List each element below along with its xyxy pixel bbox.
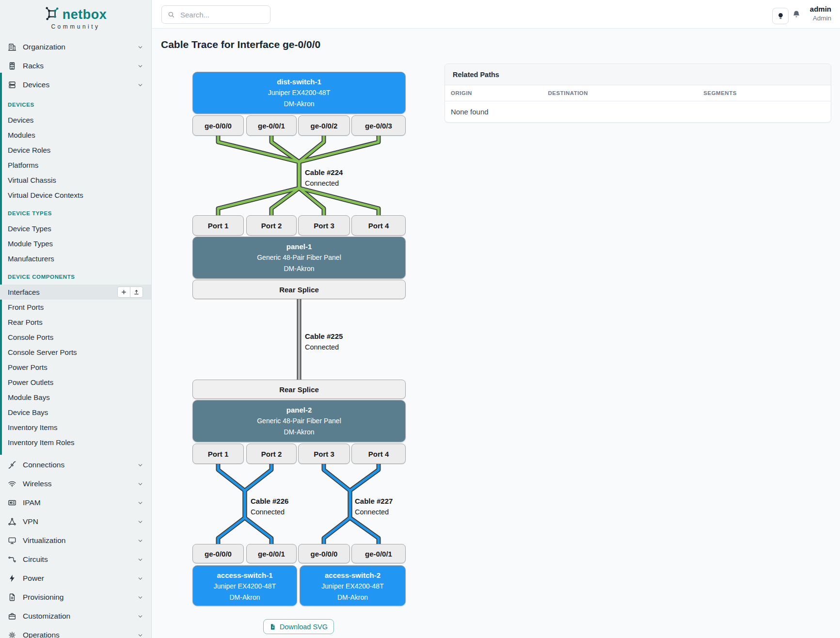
device-site: DM-Akron — [193, 427, 405, 438]
related-paths-card: Related Paths ORIGIN DESTINATION SEGMENT… — [444, 64, 831, 123]
sidebar-item-module-bays[interactable]: Module Bays — [0, 390, 151, 405]
download-svg-label: Download SVG — [280, 623, 328, 631]
trace-node-access-switch-2[interactable]: access-switch-2 Juniper EX4200-48T DM-Ak… — [300, 565, 406, 606]
sidebar-item-power-ports[interactable]: Power Ports — [0, 360, 151, 375]
cable-label-225[interactable]: Cable #225 Connected — [305, 331, 343, 352]
bell-icon — [792, 10, 801, 19]
sidebar-item-interfaces[interactable]: Interfaces — [0, 285, 151, 300]
chevron-down-icon — [137, 499, 143, 506]
trace-node-panel-2[interactable]: panel-2 Generic 48-Pair Fiber Panel DM-A… — [192, 400, 406, 442]
trace-interface[interactable]: ge-0/0/0 — [192, 115, 244, 136]
trace-rear-port[interactable]: Rear Splice — [192, 380, 406, 399]
related-paths-header-row: ORIGIN DESTINATION SEGMENTS — [445, 85, 831, 101]
trace-interface[interactable]: ge-0/0/1 — [246, 544, 297, 563]
trace-front-port[interactable]: Port 4 — [351, 215, 406, 236]
cable-status: Connected — [355, 507, 393, 517]
sidebar-item-inventory-items[interactable]: Inventory Items — [0, 420, 151, 435]
sidebar-item-modules[interactable]: Modules — [0, 128, 151, 143]
sidebar-group-label: Power — [23, 574, 131, 583]
chevron-down-icon — [137, 537, 143, 543]
sidebar-item-inventory-item-roles[interactable]: Inventory Item Roles — [0, 435, 151, 450]
cable-label-227[interactable]: Cable #227 Connected — [355, 496, 393, 517]
sidebar-group-racks[interactable]: Racks — [0, 56, 151, 75]
circuit-icon — [8, 555, 16, 564]
sidebar-group-customization[interactable]: Customization — [0, 606, 151, 625]
trace-front-port[interactable]: Port 4 — [351, 444, 406, 464]
sidebar-group-label: Devices — [23, 80, 131, 89]
sidebar-group-organization[interactable]: Organization — [0, 37, 151, 56]
sidebar-item-virtual-device-contexts[interactable]: Virtual Device Contexts — [0, 188, 151, 203]
device-site: DM-Akron — [193, 98, 405, 110]
sidebar-group-wireless[interactable]: Wireless — [0, 474, 151, 493]
cable-icon — [8, 461, 16, 469]
building-icon — [8, 43, 16, 51]
sidebar-item-device-roles[interactable]: Device Roles — [0, 143, 151, 158]
sidebar-item-power-outlets[interactable]: Power Outlets — [0, 375, 151, 390]
search-input[interactable] — [179, 10, 265, 19]
ip-card-icon — [8, 498, 16, 507]
sidebar-group-operations[interactable]: Operations — [0, 625, 151, 638]
cable-label-226[interactable]: Cable #226 Connected — [251, 496, 288, 517]
trace-node-dist-switch[interactable]: dist-switch-1 Juniper EX4200-48T DM-Akro… — [192, 72, 406, 114]
sidebar-group-virtualization[interactable]: Virtualization — [0, 531, 151, 550]
device-model: Generic 48-Pair Fiber Panel — [193, 252, 405, 263]
monitor-icon — [8, 536, 16, 545]
device-site: DM-Akron — [193, 263, 405, 274]
upload-icon — [133, 289, 140, 295]
sidebar-group-vpn[interactable]: VPN — [0, 512, 151, 531]
trace-node-access-switch-1[interactable]: access-switch-1 Juniper EX4200-48T DM-Ak… — [192, 565, 297, 606]
cable-id: Cable #224 — [305, 167, 343, 178]
cable-id: Cable #225 — [305, 331, 343, 342]
sidebar-item-manufacturers[interactable]: Manufacturers — [0, 251, 151, 266]
sidebar-item-platforms[interactable]: Platforms — [0, 158, 151, 173]
sidebar-item-devices[interactable]: Devices — [0, 112, 151, 128]
page-title: Cable Trace for Interface ge-0/0/0 — [161, 39, 320, 50]
column-origin: ORIGIN — [445, 90, 548, 96]
sidebar-item-module-types[interactable]: Module Types — [0, 236, 151, 251]
trace-front-port[interactable]: Port 1 — [192, 444, 244, 464]
trace-front-port[interactable]: Port 2 — [246, 444, 297, 464]
device-site: DM-Akron — [193, 592, 297, 603]
trace-front-port[interactable]: Port 3 — [298, 215, 350, 236]
sidebar-item-console-server-ports[interactable]: Console Server Ports — [0, 345, 151, 360]
sidebar-group-power[interactable]: Power — [0, 569, 151, 588]
sidebar-item-console-ports[interactable]: Console Ports — [0, 330, 151, 345]
trace-interface[interactable]: ge-0/0/0 — [298, 544, 350, 563]
cable-status: Connected — [305, 342, 343, 352]
plus-icon — [121, 289, 127, 295]
trace-interface[interactable]: ge-0/0/0 — [192, 544, 244, 563]
trace-interface[interactable]: ge-0/0/3 — [351, 115, 406, 136]
sidebar: netbox Community Organization Racks Devi — [0, 0, 152, 638]
sidebar-group-ipam[interactable]: IPAM — [0, 493, 151, 512]
sidebar-item-device-bays[interactable]: Device Bays — [0, 405, 151, 420]
sidebar-item-rear-ports[interactable]: Rear Ports — [0, 315, 151, 330]
sidebar-item-virtual-chassis[interactable]: Virtual Chassis — [0, 173, 151, 188]
sidebar-group-provisioning[interactable]: Provisioning — [0, 588, 151, 606]
cable-label-224[interactable]: Cable #224 Connected — [305, 167, 343, 189]
search-icon — [167, 11, 175, 18]
gear-icon — [8, 631, 16, 638]
trace-front-port[interactable]: Port 3 — [298, 444, 350, 464]
trace-front-port[interactable]: Port 1 — [192, 215, 244, 236]
add-interface-button[interactable] — [117, 287, 130, 298]
notifications-button[interactable] — [791, 9, 802, 21]
sidebar-item-front-ports[interactable]: Front Ports — [0, 300, 151, 315]
trace-node-panel-1[interactable]: panel-1 Generic 48-Pair Fiber Panel DM-A… — [192, 237, 406, 279]
trace-rear-port[interactable]: Rear Splice — [192, 280, 406, 299]
sidebar-group-connections[interactable]: Connections — [0, 455, 151, 474]
import-interfaces-button[interactable] — [130, 287, 143, 298]
top-bar: admin Admin — [152, 0, 840, 29]
download-svg-button[interactable]: Download SVG — [263, 619, 334, 634]
theme-toggle-button[interactable] — [772, 8, 789, 24]
username: admin — [810, 4, 831, 14]
trace-interface[interactable]: ge-0/0/2 — [298, 115, 350, 136]
device-model: Generic 48-Pair Fiber Panel — [193, 415, 405, 427]
netbox-logo[interactable]: netbox Community — [0, 0, 151, 31]
sidebar-group-devices[interactable]: Devices — [0, 75, 151, 94]
trace-front-port[interactable]: Port 2 — [246, 215, 297, 236]
trace-interface[interactable]: ge-0/0/1 — [351, 544, 406, 563]
sidebar-item-device-types[interactable]: Device Types — [0, 221, 151, 236]
sidebar-group-circuits[interactable]: Circuits — [0, 550, 151, 569]
user-menu[interactable]: admin Admin — [810, 4, 831, 22]
trace-interface[interactable]: ge-0/0/1 — [246, 115, 297, 136]
